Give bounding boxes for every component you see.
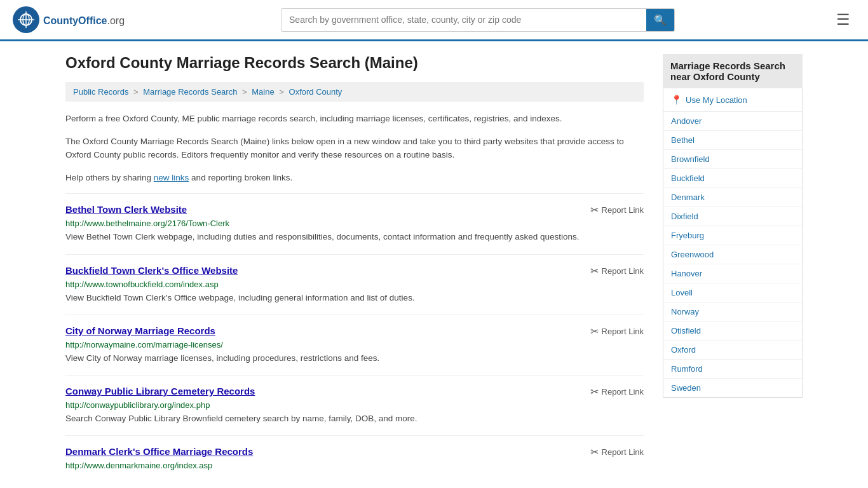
main-container: Oxford County Marriage Records Search (M… <box>53 41 815 488</box>
description-2: The Oxford County Marriage Records Searc… <box>65 135 644 162</box>
search-input[interactable] <box>281 10 646 30</box>
description-1: Perform a free Oxford County, ME public … <box>65 112 644 126</box>
result-desc: View Bethel Town Clerk webpage, includin… <box>65 231 644 243</box>
new-links-link[interactable]: new links <box>154 173 189 182</box>
sidebar-link-hanover[interactable]: Hanover <box>663 264 802 283</box>
sidebar-link-sweden[interactable]: Sweden <box>663 379 802 397</box>
sidebar-section: 📍 Use My Location Andover Bethel Brownfi… <box>663 88 803 398</box>
report-icon: ✂ <box>590 325 599 337</box>
report-label: Report Link <box>602 205 644 215</box>
sidebar-link-lovell[interactable]: Lovell <box>663 283 802 302</box>
report-label: Report Link <box>602 387 644 396</box>
right-sidebar: Marriage Records Search near Oxford Coun… <box>663 54 803 483</box>
breadcrumb-link-public-records[interactable]: Public Records <box>73 87 128 97</box>
result-item: City of Norway Marriage Records ✂ Report… <box>65 315 644 375</box>
sidebar-link-fryeburg[interactable]: Fryeburg <box>663 226 802 245</box>
desc3-post: and reporting broken links. <box>189 173 292 182</box>
sidebar-link-bethel[interactable]: Bethel <box>663 131 802 150</box>
results-list: Bethel Town Clerk Website ✂ Report Link … <box>65 193 644 483</box>
sidebar-link-brownfield[interactable]: Brownfield <box>663 150 802 169</box>
page-title: Oxford County Marriage Records Search (M… <box>65 54 644 72</box>
result-title[interactable]: Bethel Town Clerk Website <box>65 204 187 215</box>
result-title[interactable]: Buckfield Town Clerk's Office Website <box>65 265 238 276</box>
breadcrumb-separator-2: > <box>242 87 249 97</box>
report-icon: ✂ <box>590 446 599 458</box>
breadcrumb-link-marriage-records[interactable]: Marriage Records Search <box>143 87 237 97</box>
report-icon: ✂ <box>590 386 599 398</box>
sidebar-header: Marriage Records Search near Oxford Coun… <box>663 54 803 88</box>
use-my-location[interactable]: 📍 Use My Location <box>663 88 802 112</box>
report-link[interactable]: ✂ Report Link <box>590 265 644 277</box>
sidebar-link-buckfield[interactable]: Buckfield <box>663 169 802 188</box>
logo-svg <box>17 11 35 29</box>
result-header: Conway Public Library Cemetery Records ✂… <box>65 386 644 398</box>
result-item: Denmark Clerk's Office Marriage Records … <box>65 435 644 483</box>
sidebar-link-norway[interactable]: Norway <box>663 302 802 322</box>
sidebar-link-rumford[interactable]: Rumford <box>663 360 802 379</box>
header: CountyOffice.org 🔍 ☰ <box>0 0 868 41</box>
report-icon: ✂ <box>590 204 599 216</box>
report-link[interactable]: ✂ Report Link <box>590 204 644 216</box>
breadcrumb: Public Records > Marriage Records Search… <box>65 82 644 102</box>
result-url: http://www.bethelmaine.org/2176/Town-Cle… <box>65 219 644 228</box>
result-item: Buckfield Town Clerk's Office Website ✂ … <box>65 254 644 315</box>
result-url: http://conwaypubliclibrary.org/index.php <box>65 400 644 410</box>
search-bar: 🔍 <box>281 8 675 32</box>
breadcrumb-separator-1: > <box>133 87 140 97</box>
result-title[interactable]: City of Norway Marriage Records <box>65 325 215 336</box>
report-label: Report Link <box>602 447 644 457</box>
result-title[interactable]: Denmark Clerk's Office Marriage Records <box>65 446 253 457</box>
logo-text: CountyOffice.org <box>43 13 125 27</box>
result-header: Buckfield Town Clerk's Office Website ✂ … <box>65 265 644 277</box>
result-item: Bethel Town Clerk Website ✂ Report Link … <box>65 193 644 254</box>
sidebar-link-andover[interactable]: Andover <box>663 112 802 131</box>
logo-icon <box>13 6 39 33</box>
result-title[interactable]: Conway Public Library Cemetery Records <box>65 386 255 396</box>
report-label: Report Link <box>602 327 644 336</box>
sidebar-link-denmark[interactable]: Denmark <box>663 188 802 207</box>
result-header: City of Norway Marriage Records ✂ Report… <box>65 325 644 337</box>
desc3-pre: Help others by sharing <box>65 173 154 182</box>
sidebar-link-dixfield[interactable]: Dixfield <box>663 207 802 226</box>
breadcrumb-link-maine[interactable]: Maine <box>252 87 274 97</box>
result-item: Conway Public Library Cemetery Records ✂… <box>65 375 644 435</box>
search-button[interactable]: 🔍 <box>646 9 674 31</box>
breadcrumb-link-oxford-county[interactable]: Oxford County <box>289 87 342 97</box>
sidebar-link-greenwood[interactable]: Greenwood <box>663 245 802 264</box>
use-location-label: Use My Location <box>686 95 747 105</box>
result-header: Bethel Town Clerk Website ✂ Report Link <box>65 204 644 216</box>
result-desc: View Buckfield Town Clerk's Office webpa… <box>65 292 644 304</box>
location-pin-icon: 📍 <box>671 95 682 105</box>
report-link[interactable]: ✂ Report Link <box>590 446 644 458</box>
result-url: http://www.denmarkmaine.org/index.asp <box>65 461 644 470</box>
description-3: Help others by sharing new links and rep… <box>65 171 644 185</box>
menu-icon[interactable]: ☰ <box>831 8 855 31</box>
sidebar-link-otisfield[interactable]: Otisfield <box>663 322 802 341</box>
left-content: Oxford County Marriage Records Search (M… <box>65 54 644 483</box>
report-link[interactable]: ✂ Report Link <box>590 386 644 398</box>
logo-area: CountyOffice.org <box>13 6 125 33</box>
report-link[interactable]: ✂ Report Link <box>590 325 644 337</box>
sidebar-link-oxford[interactable]: Oxford <box>663 341 802 360</box>
result-url: http://www.townofbuckfield.com/index.asp <box>65 280 644 289</box>
result-header: Denmark Clerk's Office Marriage Records … <box>65 446 644 458</box>
report-label: Report Link <box>602 266 644 276</box>
result-url: http://norwaymaine.com/marriage-licenses… <box>65 340 644 349</box>
result-desc: View City of Norway marriage licenses, i… <box>65 352 644 365</box>
breadcrumb-separator-3: > <box>279 87 286 97</box>
result-desc: Search Conway Public Library Brownfield … <box>65 412 644 425</box>
report-icon: ✂ <box>590 265 599 277</box>
